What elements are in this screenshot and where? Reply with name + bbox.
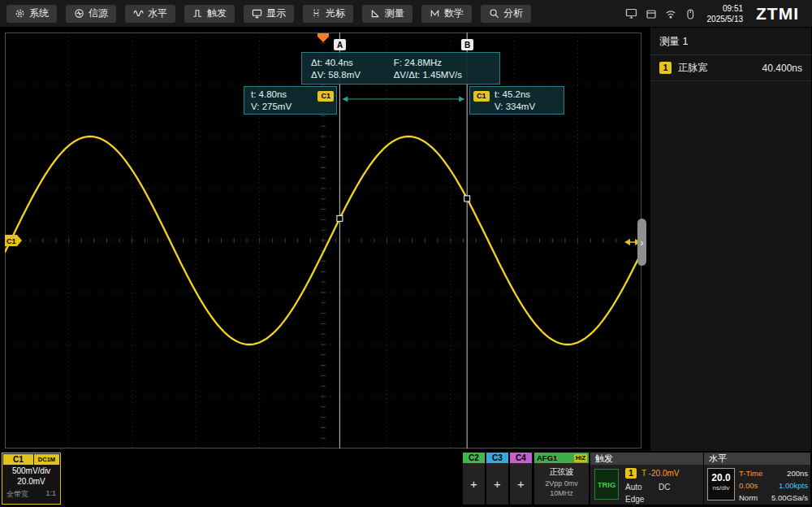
cursor-a-channel-badge: C1 bbox=[317, 91, 334, 102]
cursor-a-trace-marker[interactable] bbox=[337, 215, 343, 221]
channel-c3-add[interactable]: + bbox=[486, 463, 508, 504]
measurement-value: 40.400ns bbox=[762, 63, 802, 74]
cursor-delta-arrowhead-left bbox=[342, 96, 348, 102]
math-icon bbox=[430, 8, 440, 19]
afg1-impedance-badge: HiZ bbox=[574, 454, 587, 462]
cursor-delta-readout: Δt: 40.4ns F: 24.8MHz ΔV: 58.8mV ΔV/Δt: … bbox=[301, 52, 500, 84]
measurement-index-badge: 1 bbox=[659, 62, 672, 74]
horizontal-panel-body: 20.0 ns/div T-Time 200ns 0.00s 1.00kpts … bbox=[704, 465, 810, 505]
afg1-header: AFG1 HiZ bbox=[534, 453, 589, 463]
measurement-row[interactable]: 1 正脉宽 40.400ns bbox=[650, 55, 811, 81]
cursor-b-handle[interactable]: B bbox=[461, 39, 473, 50]
menu-cursor-label: 光标 bbox=[326, 6, 345, 20]
horizontal-row-3: Norm 5.00GSa/s bbox=[739, 493, 808, 502]
channel-c4-add[interactable]: + bbox=[510, 463, 532, 504]
clock: 09:51 2025/5/13 bbox=[707, 3, 744, 24]
measure-panel: 测量 1 1 正脉宽 40.400ns bbox=[650, 28, 811, 451]
menu-math-button[interactable]: 数学 bbox=[421, 5, 472, 23]
delay-value: 0.00s bbox=[739, 481, 758, 490]
timebase-scale-unit: ns/div bbox=[708, 484, 734, 492]
channel-c1-panel[interactable]: C1 DC1M 500mV/div 20.0mV 全带宽 1:1 bbox=[2, 453, 61, 505]
storage-status-icon[interactable] bbox=[646, 8, 657, 20]
channel-c4-panel[interactable]: C4 + bbox=[510, 453, 532, 505]
trigger-panel[interactable]: 触发 TRIG 1 T -20.0mV Auto DC Edge bbox=[590, 453, 703, 505]
timebase-scale-box[interactable]: 20.0 ns/div bbox=[707, 468, 735, 500]
channel-c2-panel[interactable]: C2 + bbox=[463, 453, 485, 505]
measurement-name: 正脉宽 bbox=[678, 61, 707, 75]
menu-horizontal-button[interactable]: 水平 bbox=[125, 5, 175, 23]
cursor-b-trace-marker[interactable] bbox=[464, 196, 470, 202]
menu-cursor-button[interactable]: 光标 bbox=[303, 5, 353, 23]
mouse-status-icon[interactable] bbox=[685, 8, 696, 20]
horizontal-panel-title: 水平 bbox=[704, 453, 810, 465]
cursor-a-readout: t: 4.80ns V: 275mV C1 bbox=[244, 86, 337, 115]
bottom-status-bar: C1 DC1M 500mV/div 20.0mV 全带宽 1:1 C2 + C3… bbox=[0, 452, 812, 507]
toolbar-status-cluster: 09:51 2025/5/13 ZTMI bbox=[625, 3, 807, 24]
monitor-status-icon[interactable] bbox=[625, 7, 637, 20]
cursor-lines-icon bbox=[311, 8, 322, 19]
trigger-level-value: T -20.0mV bbox=[641, 469, 680, 478]
horizontal-row-1: T-Time 200ns bbox=[739, 469, 808, 478]
menu-analysis-label: 分析 bbox=[503, 6, 523, 20]
sine-wave-icon bbox=[133, 8, 144, 19]
channel-c1-offset: 20.0mV bbox=[2, 477, 60, 486]
horizontal-panel[interactable]: 水平 20.0 ns/div T-Time 200ns 0.00s 1.00kp… bbox=[704, 453, 810, 505]
cursor-b-readout: t: 45.2ns V: 334mV C1 bbox=[469, 86, 564, 115]
channel-c1-scale: 500mV/div bbox=[2, 466, 60, 475]
trigger-panel-title: 触发 bbox=[590, 453, 703, 465]
channel-c3-badge: C3 bbox=[486, 453, 508, 463]
menu-measure-label: 测量 bbox=[385, 6, 404, 20]
cursor-b-voltage: V: 334mV bbox=[495, 101, 557, 113]
channel-c1-level-label: C1 bbox=[6, 237, 16, 245]
trigger-source-badge: 1 bbox=[625, 468, 637, 479]
gear-icon bbox=[15, 8, 25, 19]
measure-icon bbox=[370, 8, 381, 19]
side-panel-handle[interactable]: › bbox=[637, 219, 646, 266]
menu-display-label: 显示 bbox=[266, 6, 286, 20]
top-toolbar: 系统 信源 水平 触发 显示 光标 测量 数学 bbox=[0, 0, 812, 27]
horizontal-reference-arrowhead-left bbox=[624, 239, 630, 245]
channel-c2-badge: C2 bbox=[463, 453, 485, 463]
channel-c1-probe: 1:1 bbox=[45, 489, 56, 500]
afg1-panel[interactable]: AFG1 HiZ 正弦波 2Vpp 0mv 10MHz bbox=[534, 453, 589, 505]
menu-source-button[interactable]: 信源 bbox=[66, 5, 116, 23]
magnifier-icon bbox=[489, 8, 499, 19]
clock-date: 2025/5/13 bbox=[707, 14, 744, 24]
timebase-scale-value: 20.0 bbox=[708, 472, 734, 483]
record-length-value: 1.00kpts bbox=[779, 481, 808, 490]
trigger-position-marker[interactable] bbox=[317, 33, 329, 42]
trigger-type-value: Edge bbox=[625, 495, 644, 504]
menu-system-button[interactable]: 系统 bbox=[6, 5, 57, 23]
channel-c2-add[interactable]: + bbox=[463, 463, 485, 504]
channel-c1-badge: C1 bbox=[3, 454, 33, 465]
trig-status-button[interactable]: TRIG bbox=[594, 469, 619, 500]
menu-display-button[interactable]: 显示 bbox=[244, 5, 294, 23]
trigger-panel-body: TRIG 1 T -20.0mV Auto DC Edge bbox=[590, 465, 703, 505]
menu-source-label: 信源 bbox=[89, 6, 108, 20]
menu-trigger-label: 触发 bbox=[207, 6, 227, 20]
network-status-icon[interactable] bbox=[665, 8, 676, 20]
trigger-edge-icon bbox=[192, 8, 203, 19]
menu-trigger-button[interactable]: 触发 bbox=[184, 5, 235, 23]
channel-c4-badge: C4 bbox=[510, 453, 532, 463]
horizontal-row-2: 0.00s 1.00kpts bbox=[739, 481, 808, 490]
t-time-value: 200ns bbox=[787, 469, 808, 478]
cursor-delta-arrowhead-right bbox=[459, 96, 464, 102]
waveform-area[interactable]: C1 A B Δt: 40.4ns F: 24.8MHz ΔV: 58.8mV … bbox=[0, 27, 650, 452]
measure-panel-title: 测量 1 bbox=[650, 28, 811, 55]
display-icon bbox=[252, 8, 262, 19]
menu-measure-button[interactable]: 测量 bbox=[362, 5, 412, 23]
cursor-a-voltage: V: 275mV bbox=[251, 101, 330, 113]
channel-c3-panel[interactable]: C3 + bbox=[486, 453, 508, 505]
source-icon bbox=[74, 8, 84, 19]
cursor-a-handle[interactable]: A bbox=[334, 39, 346, 50]
menu-horizontal-label: 水平 bbox=[148, 6, 167, 20]
menu-analysis-button[interactable]: 分析 bbox=[481, 5, 531, 23]
trigger-mode-value: Auto bbox=[625, 483, 642, 492]
delta-frequency-value: F: 24.8MHz bbox=[394, 58, 490, 67]
afg1-amplitude: 2Vpp 0mv bbox=[534, 479, 589, 488]
acquisition-mode-value: Norm bbox=[739, 493, 758, 502]
afg1-badge: AFG1 bbox=[537, 453, 574, 462]
t-time-label: T-Time bbox=[739, 469, 762, 478]
afg1-waveform: 正弦波 bbox=[534, 466, 589, 478]
